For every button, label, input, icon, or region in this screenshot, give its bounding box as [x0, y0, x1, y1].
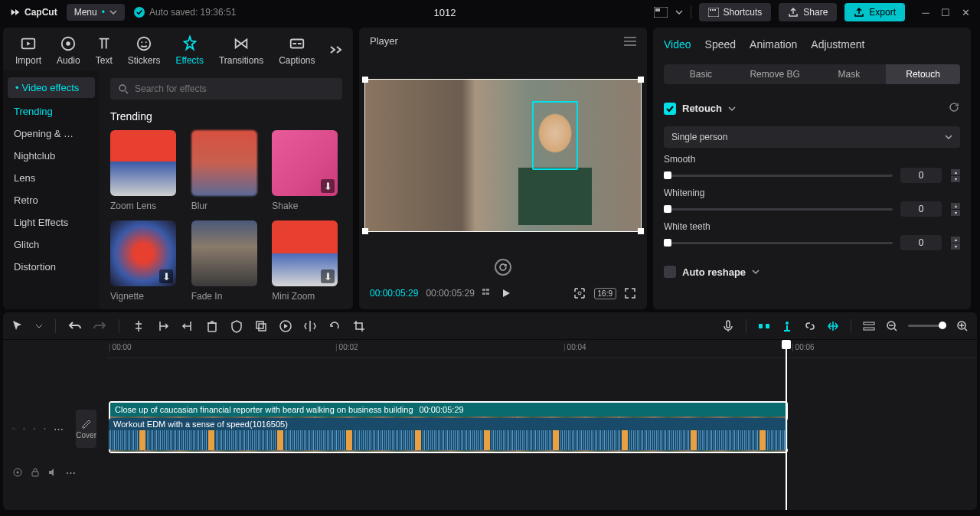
- volume-icon[interactable]: [44, 424, 47, 433]
- eye-icon[interactable]: [33, 425, 36, 433]
- cat-lens[interactable]: Lens: [3, 167, 100, 189]
- effect-shake[interactable]: ⬇Shake: [272, 130, 342, 211]
- person-select[interactable]: Single person: [664, 126, 960, 148]
- layout-icon[interactable]: [654, 7, 668, 18]
- tab-stickers[interactable]: Stickers: [120, 34, 168, 67]
- tab-captions[interactable]: Captions: [271, 34, 322, 67]
- close-button[interactable]: ✕: [960, 7, 971, 18]
- video-effects-header[interactable]: • Video effects: [8, 77, 95, 98]
- playhead[interactable]: [786, 340, 787, 510]
- whitening-stepper[interactable]: ▴▾: [951, 203, 960, 216]
- audio-track-icon[interactable]: [12, 467, 23, 478]
- export-button[interactable]: Export: [844, 3, 905, 21]
- minimize-button[interactable]: ─: [920, 7, 931, 18]
- lock-icon[interactable]: [23, 424, 25, 433]
- tab-text[interactable]: Text: [88, 34, 120, 67]
- fullscreen-icon[interactable]: [624, 287, 636, 299]
- effect-mini-zoom[interactable]: ⬇Mini Zoom: [272, 220, 342, 302]
- whitening-slider[interactable]: [664, 208, 893, 211]
- track-settings-icon[interactable]: [862, 319, 876, 333]
- timeline-ruler[interactable]: 00:00 00:02 00:04 00:06: [106, 340, 977, 358]
- zoom-in-icon[interactable]: [956, 319, 969, 333]
- player-menu-icon[interactable]: [624, 37, 636, 46]
- smooth-slider[interactable]: [664, 175, 893, 177]
- share-button[interactable]: Share: [779, 3, 837, 21]
- trim-right-icon[interactable]: [181, 319, 194, 333]
- more-icon[interactable]: ⋯: [54, 423, 64, 435]
- subtab-retouch[interactable]: Retouch: [886, 64, 960, 84]
- zoom-out-icon[interactable]: [885, 319, 899, 333]
- cursor-icon[interactable]: [11, 319, 24, 333]
- refresh-button[interactable]: [359, 256, 647, 280]
- crop-tool-icon[interactable]: [352, 319, 366, 333]
- video-track-icon[interactable]: [12, 423, 15, 434]
- aspect-ratio[interactable]: 16:9: [594, 288, 616, 299]
- effects-search[interactable]: [110, 78, 342, 100]
- effect-vignette[interactable]: ⬇Vignette: [110, 220, 181, 302]
- download-icon[interactable]: ⬇: [321, 269, 335, 283]
- crop-icon[interactable]: [573, 286, 586, 300]
- prop-tab-animation[interactable]: Animation: [750, 35, 797, 54]
- reset-icon[interactable]: [948, 101, 960, 116]
- volume-icon[interactable]: [47, 468, 58, 477]
- lock-icon[interactable]: [31, 468, 40, 477]
- list-icon[interactable]: [482, 288, 493, 299]
- whiteteeth-value[interactable]: 0: [900, 235, 942, 250]
- audio-clip[interactable]: Workout EDM with a sense of speed(101650…: [109, 418, 788, 450]
- undo-icon[interactable]: [68, 319, 82, 333]
- autoreshape-checkbox[interactable]: [664, 266, 676, 278]
- effect-zoom-lens[interactable]: Zoom Lens: [110, 130, 181, 211]
- prop-tab-video[interactable]: Video: [664, 35, 691, 54]
- tabs-more-icon[interactable]: [323, 45, 349, 57]
- link-icon[interactable]: [803, 319, 817, 333]
- smooth-value[interactable]: 0: [900, 168, 942, 183]
- preview-snap-icon[interactable]: [826, 319, 840, 333]
- timeline-tracks[interactable]: 00:00 00:02 00:04 00:06 Close up of cauc…: [106, 340, 977, 510]
- download-icon[interactable]: ⬇: [159, 269, 173, 283]
- maximize-button[interactable]: ☐: [940, 7, 951, 18]
- chevron-down-icon[interactable]: [752, 268, 760, 276]
- effect-blur[interactable]: Blur: [191, 130, 262, 211]
- chevron-down-icon[interactable]: [675, 8, 683, 16]
- play-button[interactable]: [501, 288, 511, 299]
- badge-icon[interactable]: [230, 319, 243, 333]
- mirror-icon[interactable]: [303, 319, 317, 333]
- prop-tab-speed[interactable]: Speed: [705, 35, 736, 54]
- duplicate-icon[interactable]: [254, 319, 268, 333]
- cat-glitch[interactable]: Glitch: [3, 234, 100, 256]
- zoom-slider[interactable]: [908, 325, 946, 327]
- cat-lighteffects[interactable]: Light Effects: [3, 211, 100, 234]
- download-icon[interactable]: ⬇: [321, 179, 335, 193]
- split-icon[interactable]: [132, 319, 145, 333]
- rotate-icon[interactable]: [328, 319, 341, 333]
- subtab-basic[interactable]: Basic: [664, 64, 738, 84]
- more-icon[interactable]: ⋯: [66, 467, 76, 478]
- cat-retro[interactable]: Retro: [3, 189, 100, 211]
- tab-import[interactable]: Import: [8, 34, 49, 67]
- tab-effects[interactable]: Effects: [168, 34, 211, 67]
- cat-distortion[interactable]: Distortion: [3, 256, 100, 278]
- prop-tab-adjustment[interactable]: Adjustment: [811, 35, 864, 54]
- subtab-mask[interactable]: Mask: [812, 64, 887, 84]
- cat-opening[interactable]: Opening & …: [3, 122, 100, 145]
- retouch-checkbox[interactable]: [664, 103, 676, 115]
- menu-button[interactable]: Menu•: [67, 4, 125, 21]
- chevron-down-icon[interactable]: [35, 322, 43, 330]
- reverse-icon[interactable]: [279, 319, 292, 333]
- chevron-down-icon[interactable]: [728, 105, 736, 113]
- cat-nightclub[interactable]: Nightclub: [3, 145, 100, 167]
- magnet-icon[interactable]: [757, 319, 771, 333]
- cover-button[interactable]: Cover: [76, 410, 96, 448]
- shortcuts-button[interactable]: Shortcuts: [699, 3, 772, 21]
- effect-fade-in[interactable]: Fade In: [191, 220, 262, 302]
- video-preview[interactable]: [364, 79, 642, 232]
- tab-transitions[interactable]: Transitions: [211, 34, 271, 67]
- redo-icon[interactable]: [93, 319, 106, 333]
- whiteteeth-stepper[interactable]: ▴▾: [951, 237, 960, 250]
- search-input[interactable]: [135, 83, 335, 94]
- delete-icon[interactable]: [205, 319, 219, 333]
- trim-left-icon[interactable]: [156, 319, 170, 333]
- tab-audio[interactable]: Audio: [49, 34, 88, 67]
- whitening-value[interactable]: 0: [900, 201, 942, 217]
- smooth-stepper[interactable]: ▴▾: [951, 169, 960, 182]
